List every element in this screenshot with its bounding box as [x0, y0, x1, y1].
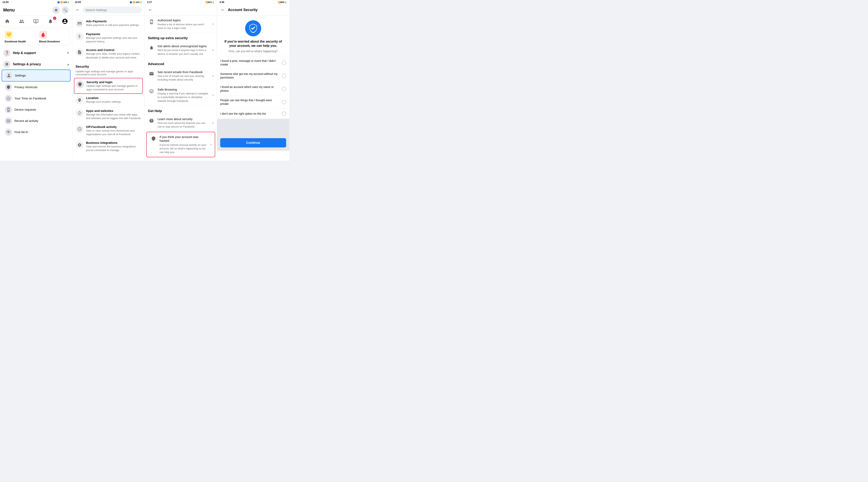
security-login-title: Security and login: [86, 80, 141, 84]
radio-option-3[interactable]: People can see things that I thought wer…: [217, 96, 289, 109]
nav-home[interactable]: [2, 18, 12, 25]
continue-button[interactable]: Continue: [220, 138, 286, 148]
emotional-health-card[interactable]: 💛 Emotional Health: [2, 29, 35, 45]
authorized-logins-title: Authorized logins: [157, 18, 210, 22]
menu-header: Menu ⚙ 🔍: [0, 4, 72, 16]
payments-icon: [75, 32, 84, 40]
off-facebook-desc: View or clear activity from businesses a…: [86, 129, 141, 136]
account-hacked-title: If you think your account was hacked: [159, 135, 208, 143]
account-security-body: If you're worried about the security of …: [217, 15, 289, 161]
get-alerts-item[interactable]: Get alerts about unrecognized logins We'…: [145, 41, 217, 59]
account-security-page-title: Account Security: [228, 8, 257, 12]
bt-icon-2: 🔵: [130, 1, 132, 3]
search-button[interactable]: 🔍: [62, 6, 69, 14]
learn-more-item[interactable]: Learn more about security Find out more …: [145, 114, 217, 132]
payments-item[interactable]: Payments Manage your payment settings an…: [72, 30, 145, 46]
back-button-2[interactable]: ←: [75, 6, 81, 13]
help-support-title: Help & support: [13, 51, 36, 55]
radio-option-2[interactable]: I found an account which uses my name or…: [217, 82, 289, 95]
off-facebook-content: Off-Facebook activity View or clear acti…: [86, 125, 141, 136]
account-hacked-icon: [150, 135, 157, 142]
settings-list: Ads Payments Make payments or edit your …: [72, 15, 145, 161]
shield-big-icon: [245, 20, 261, 36]
recent-emails-item[interactable]: See recent emails from Facebook See a li…: [145, 67, 217, 85]
status-bar-4: 3:45 📶85%🔋: [217, 0, 289, 4]
nav-friends[interactable]: [17, 18, 27, 25]
blood-donations-card[interactable]: 🩸 Blood Donations: [37, 29, 70, 45]
security-login-icon: [76, 80, 84, 88]
get-alerts-content: Get alerts about unrecognized logins We'…: [157, 44, 210, 56]
nav-profile[interactable]: [60, 18, 70, 25]
business-integrations-desc: View and remove the business integration…: [86, 145, 141, 152]
status-bar-1: 12:03 🔵 📶 12%🔋: [0, 0, 72, 4]
radio-text-3: People can see things that I thought wer…: [220, 98, 279, 106]
access-control-icon: [75, 48, 84, 56]
ads-payments-title: Ads Payments: [86, 20, 141, 23]
account-hacked-chevron: ›: [210, 142, 212, 147]
search-input[interactable]: [83, 7, 142, 13]
menu-item-device-requests[interactable]: Device requests: [2, 104, 70, 115]
menu-item-time[interactable]: Your Time on Facebook: [2, 93, 70, 104]
radio-circle-1: [282, 73, 286, 78]
business-integrations-item[interactable]: Business integrations View and remove th…: [72, 138, 145, 155]
menu-item-settings[interactable]: Settings: [2, 69, 70, 82]
settings-chevron-icon: ▴: [67, 62, 69, 66]
location-item[interactable]: Location Manage your location settings.: [72, 94, 145, 107]
app-cards: 💛 Emotional Health 🩸 Blood Donations: [0, 27, 72, 47]
apps-websites-item[interactable]: Apps and websites Manage the information…: [72, 107, 145, 123]
recent-emails-content: See recent emails from Facebook See a li…: [157, 70, 210, 82]
learn-more-content: Learn more about security Find out more …: [157, 117, 210, 129]
ads-payments-item[interactable]: Ads Payments Make payments or edit your …: [72, 17, 145, 30]
time-3: 2:17: [147, 1, 152, 4]
panel-menu: 12:03 🔵 📶 12%🔋 Menu ⚙ 🔍 1: [0, 0, 72, 161]
menu-title: Menu: [3, 7, 15, 13]
wifi-menu-icon: [5, 129, 12, 136]
business-integrations-content: Business integrations View and remove th…: [86, 141, 141, 152]
recent-emails-chevron: ›: [212, 74, 214, 78]
security-login-item[interactable]: Security and login Update login settings…: [74, 78, 143, 94]
emotional-health-label: Emotional Health: [5, 40, 26, 43]
search-header: ←: [72, 4, 145, 15]
blood-donations-icon: 🩸: [39, 31, 47, 39]
settings-privacy-section[interactable]: ⚙ Settings & privacy ▴: [0, 58, 72, 69]
gear-button[interactable]: ⚙: [53, 6, 60, 14]
help-support-section[interactable]: ❓ Help & support ▾: [0, 47, 72, 58]
help-support-content: ❓ Help & support: [3, 50, 36, 57]
status-icons-4: 📶85%🔋: [278, 1, 287, 3]
business-integrations-title: Business integrations: [86, 141, 141, 144]
account-hacked-item[interactable]: If you think your account was hacked If …: [146, 132, 215, 157]
radio-option-4[interactable]: I don't see the right option on this lis…: [217, 109, 289, 119]
ad-icon: [5, 117, 12, 125]
panel-search-settings: 12:03 🔵 📶 12%🔋 ← Ads Payments Make payme…: [72, 0, 145, 161]
radio-option-1[interactable]: Someone else got into my account without…: [217, 69, 289, 82]
privacy-shortcuts-label: Privacy shortcuts: [14, 85, 37, 89]
time-icon: [5, 95, 12, 102]
status-bar-2: 12:03 🔵 📶 12%🔋: [72, 0, 145, 4]
nav-notifications[interactable]: 1: [45, 18, 56, 25]
get-alerts-chevron: ›: [212, 48, 214, 52]
radio-option-0[interactable]: I found a post, message or event that I …: [217, 56, 289, 69]
safe-browsing-item[interactable]: Safe Browsing Display a warning if you a…: [145, 85, 217, 106]
authorized-logins-item[interactable]: Authorized logins Review a list of devic…: [145, 15, 217, 33]
location-icon: [75, 96, 84, 104]
status-icons-3: 📶91%🔋: [206, 1, 214, 3]
access-control-desc: Manage your data, modify your legacy con…: [86, 52, 141, 59]
radio-text-0: I found a post, message or event that I …: [220, 59, 279, 66]
access-control-item[interactable]: Access and Control Manage your data, mod…: [72, 46, 145, 62]
menu-item-ad-activity[interactable]: Recent ad activity: [2, 115, 70, 127]
privacy-icon: [5, 84, 12, 91]
nav-watch[interactable]: [31, 18, 41, 25]
ads-payments-desc: Make payments or edit your payment setti…: [86, 23, 141, 27]
battery-icon-4: 📶85%🔋: [278, 1, 287, 3]
location-desc: Manage your location settings.: [86, 100, 141, 104]
security-login-desc: Update login settings and manage games o…: [86, 84, 141, 91]
menu-item-wifi[interactable]: Find Wi-Fi: [2, 127, 70, 138]
menu-item-privacy-shortcuts[interactable]: Privacy shortcuts: [2, 82, 70, 93]
off-facebook-item[interactable]: Off-Facebook activity View or clear acti…: [72, 123, 145, 138]
time-4: 3:45: [219, 1, 224, 4]
back-button-3[interactable]: ←: [148, 6, 154, 13]
back-button-4[interactable]: ←: [220, 6, 226, 13]
time-1: 12:03: [2, 1, 9, 4]
ads-payments-icon: [75, 20, 84, 28]
authorized-logins-desc: Review a list of devices where you won't…: [157, 23, 210, 30]
